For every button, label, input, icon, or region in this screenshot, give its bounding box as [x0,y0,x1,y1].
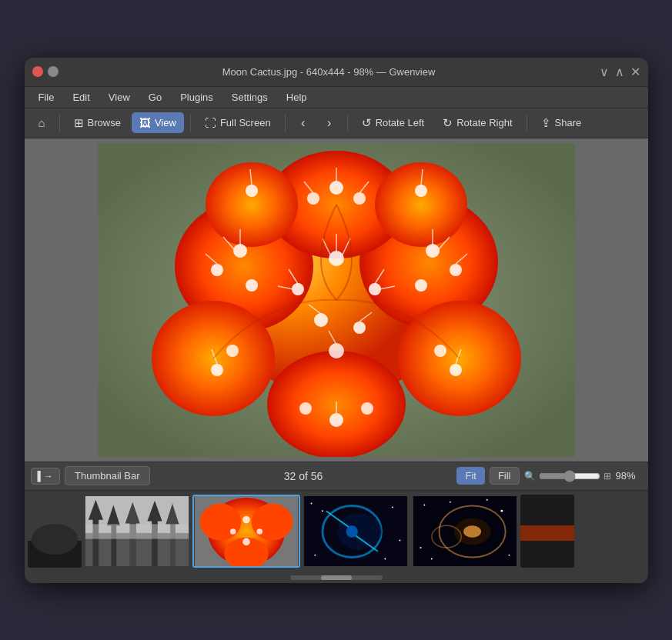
thumbnail-scrollbar[interactable] [25,572,648,583]
close-icon[interactable]: ✕ [630,65,640,79]
toolbar-separator-2 [190,114,191,132]
toolbar-separator-4 [347,114,348,132]
svg-point-77 [199,504,241,541]
svg-point-28 [246,279,258,292]
svg-point-94 [314,555,316,556]
thumbnail-bar-button[interactable]: Thumbnail Bar [65,466,150,485]
close-button[interactable] [32,66,43,77]
menu-settings[interactable]: Settings [224,88,276,106]
zoom-in-icon: ⊞ [603,471,611,482]
svg-point-101 [423,505,425,506]
scroll-thumb[interactable] [321,575,352,580]
maximize-icon[interactable]: ∧ [615,65,624,79]
svg-point-60 [32,524,78,555]
window-title: Moon Cactus.jpg - 640x444 - 98% — Gwenvi… [59,66,600,78]
zoom-out-icon: 🔍 [524,471,536,482]
title-bar: Moon Cactus.jpg - 640x444 - 98% — Gwenvi… [25,58,648,87]
image-counter: 32 of 56 [155,470,453,482]
fit-button[interactable]: Fit [456,467,484,485]
zoom-controls: Fit Fill 🔍 ⊞ 98% [456,467,641,485]
svg-point-15 [329,343,344,358]
fullscreen-button[interactable]: ⛶ Full Screen [197,112,279,133]
svg-point-103 [500,510,503,512]
svg-point-104 [420,547,421,548]
svg-point-49 [307,192,319,205]
home-icon: ⌂ [38,116,45,129]
sidebar-toggle[interactable]: ▌→ [31,468,61,485]
zoom-percent: 98% [616,470,642,482]
share-button[interactable]: ⇪ Share [533,112,590,134]
svg-point-48 [329,181,343,195]
svg-point-105 [508,555,510,556]
svg-point-52 [415,185,427,197]
svg-point-9 [375,162,467,247]
rotate-right-button[interactable]: ↻ Rotate Right [435,112,520,134]
menu-edit[interactable]: Edit [65,88,97,106]
svg-point-26 [233,244,247,258]
rotate-left-icon: ↺ [362,116,372,130]
toolbar-separator-3 [285,114,286,132]
svg-point-92 [391,506,393,508]
svg-point-91 [321,510,323,512]
sidebar-arrow-icon: ▌→ [38,471,54,482]
next-button[interactable]: › [318,112,341,135]
toolbar-separator-5 [527,114,527,132]
svg-point-86 [337,513,381,550]
svg-point-38 [211,364,223,376]
menu-help[interactable]: Help [279,88,315,106]
svg-point-39 [226,345,239,357]
svg-point-27 [211,264,223,276]
svg-rect-74 [85,524,188,538]
svg-point-81 [229,528,236,535]
svg-point-50 [353,192,366,205]
share-icon: ⇪ [541,116,551,130]
svg-point-32 [426,244,440,258]
menu-file[interactable]: File [31,88,62,106]
svg-point-11 [292,283,304,295]
scroll-track [290,575,383,580]
svg-rect-109 [520,525,574,541]
view-button[interactable]: 🖼 View [132,112,184,133]
window-actions: ∨ ∧ ✕ [600,65,640,79]
fullscreen-icon: ⛶ [205,116,216,129]
svg-point-14 [353,322,366,334]
image-viewport [25,138,648,462]
svg-point-90 [310,503,312,505]
thumbnail-item[interactable] [28,495,82,568]
window-controls [32,66,59,77]
svg-point-34 [415,279,427,292]
svg-point-82 [256,528,262,535]
thumbnail-scroll [25,495,648,568]
thumbnail-item[interactable] [411,495,519,568]
zoom-slider-wrap: 🔍 ⊞ [524,470,611,482]
home-button[interactable]: ⌂ [31,112,53,133]
svg-point-8 [206,162,298,247]
thumbnail-item[interactable] [83,495,191,568]
menu-go[interactable]: Go [141,88,169,106]
svg-point-80 [242,516,250,524]
svg-point-33 [450,264,462,276]
rotate-left-button[interactable]: ↺ Rotate Left [354,112,433,134]
browse-icon: ⊞ [74,116,84,130]
svg-point-10 [329,251,344,266]
minimize-icon[interactable]: ∨ [600,65,609,79]
main-window: Moon Cactus.jpg - 640x444 - 98% — Gwenvi… [25,58,648,583]
svg-point-102 [449,502,450,503]
svg-point-78 [251,504,293,541]
svg-point-42 [329,413,343,427]
svg-point-107 [430,558,432,559]
thumbnail-item[interactable] [520,495,574,568]
prev-button[interactable]: ‹ [292,112,315,135]
thumbnail-item-active[interactable] [192,495,300,568]
pin-button[interactable] [48,66,59,77]
svg-point-41 [434,345,446,357]
svg-point-51 [246,185,258,197]
svg-point-95 [384,558,386,559]
fill-button[interactable]: Fill [490,467,520,485]
menu-view[interactable]: View [101,88,138,106]
zoom-slider[interactable] [539,470,600,482]
menu-plugins[interactable]: Plugins [172,88,221,106]
thumbnail-item[interactable] [302,495,410,568]
rotate-right-icon: ↻ [443,116,453,130]
browse-button[interactable]: ⊞ Browse [66,112,129,134]
